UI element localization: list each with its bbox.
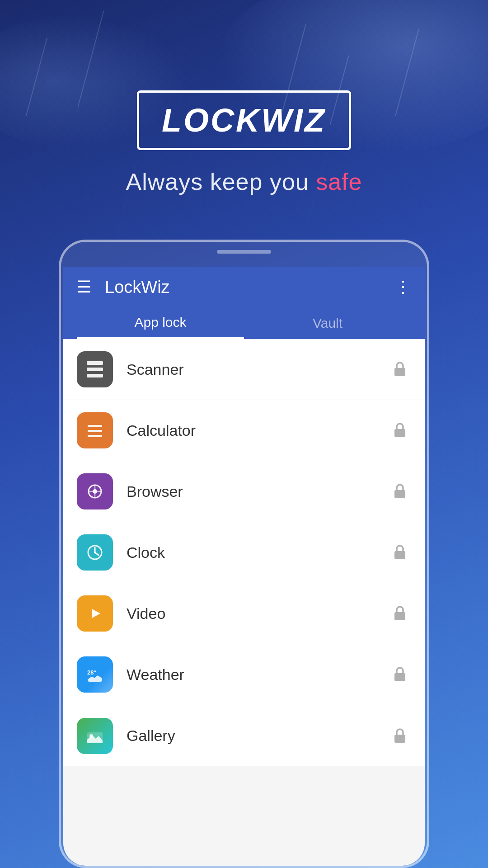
svg-rect-2 (87, 374, 103, 377)
scanner-icon (77, 351, 113, 387)
svg-rect-6 (88, 435, 102, 437)
logo-area: LOCKWIZ Always keep you safe (0, 90, 488, 195)
svg-marker-16 (92, 609, 100, 618)
weather-lock-icon[interactable] (389, 663, 411, 686)
scanner-label: Scanner (127, 361, 389, 378)
browser-lock-icon[interactable] (389, 480, 411, 503)
tagline-highlight: safe (316, 169, 362, 195)
menu-icon[interactable]: ☰ (77, 279, 91, 295)
app-bar-title: LockWiz (105, 278, 395, 297)
svg-rect-1 (87, 368, 103, 371)
clock-lock-icon[interactable] (389, 541, 411, 564)
scanner-lock-icon[interactable] (389, 358, 411, 381)
tagline-prefix: Always keep you (126, 169, 316, 195)
svg-rect-3 (394, 368, 405, 376)
list-item-clock[interactable]: Clock (63, 522, 425, 583)
list-item-calculator[interactable]: Calculator (63, 400, 425, 461)
list-item-weather[interactable]: 28° Weather (63, 644, 425, 705)
app-content: ☰ LockWiz ⋮ App lock Vault (63, 267, 425, 866)
video-label: Video (127, 605, 389, 623)
list-item-scanner[interactable]: Scanner (63, 339, 425, 400)
tagline: Always keep you safe (126, 168, 362, 195)
list-item-gallery[interactable]: Gallery (63, 705, 425, 766)
gallery-label: Gallery (127, 727, 389, 745)
weather-label: Weather (127, 666, 389, 684)
phone-mockup: ☰ LockWiz ⋮ App lock Vault (59, 240, 429, 868)
tab-vault[interactable]: Vault (244, 307, 411, 339)
svg-rect-19 (394, 673, 405, 681)
svg-rect-15 (394, 551, 405, 559)
svg-rect-22 (394, 735, 405, 743)
video-icon (77, 595, 113, 632)
gallery-lock-icon[interactable] (389, 725, 411, 747)
list-item-browser[interactable]: Browser (63, 461, 425, 522)
app-tabs: App lock Vault (77, 307, 411, 339)
svg-rect-17 (394, 612, 405, 620)
svg-rect-5 (88, 430, 102, 432)
svg-point-14 (94, 552, 96, 553)
clock-label: Clock (127, 544, 389, 561)
calculator-lock-icon[interactable] (389, 419, 411, 442)
app-list: Scanner (63, 339, 425, 766)
phone-speaker (217, 250, 271, 254)
browser-label: Browser (127, 483, 389, 500)
clock-icon (77, 534, 113, 571)
video-lock-icon[interactable] (389, 602, 411, 625)
gallery-icon (77, 718, 113, 754)
svg-rect-4 (88, 425, 102, 427)
browser-icon (77, 473, 113, 509)
svg-rect-0 (87, 361, 103, 365)
calculator-icon (77, 412, 113, 448)
calculator-label: Calculator (127, 422, 389, 439)
list-item-video[interactable]: Video (63, 583, 425, 644)
tab-app-lock[interactable]: App lock (77, 307, 244, 339)
logo-text: LOCKWIZ (162, 102, 326, 138)
weather-icon: 28° (77, 656, 113, 693)
svg-rect-7 (394, 429, 405, 437)
app-bar-top: ☰ LockWiz ⋮ (77, 267, 411, 307)
logo-box: LOCKWIZ (137, 90, 351, 150)
svg-point-21 (89, 734, 93, 738)
app-bar: ☰ LockWiz ⋮ App lock Vault (63, 267, 425, 339)
svg-text:28°: 28° (87, 669, 96, 676)
phone-outer: ☰ LockWiz ⋮ App lock Vault (59, 240, 429, 868)
svg-rect-10 (394, 490, 405, 498)
more-icon[interactable]: ⋮ (395, 279, 411, 295)
